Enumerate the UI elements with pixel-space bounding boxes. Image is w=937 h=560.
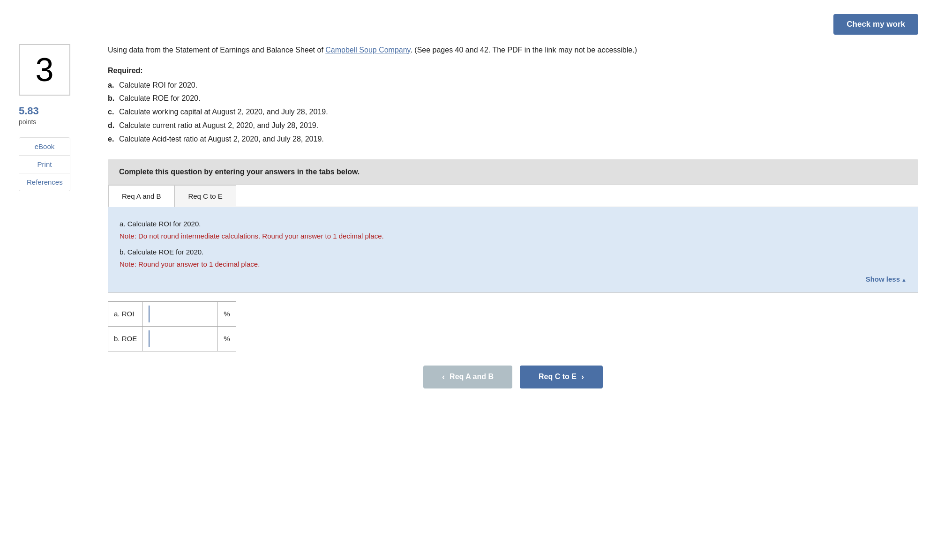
instruction-box: Complete this question by entering your … <box>108 159 918 185</box>
requirement-d: d. Calculate current ratio at August 2, … <box>108 119 918 133</box>
table-row-roe: b. ROE % <box>108 326 236 351</box>
bottom-nav: ‹ Req A and B Req C to E › <box>108 366 918 407</box>
requirement-e: e. Calculate Acid-test ratio at August 2… <box>108 133 918 146</box>
question-text-after-link: . (See pages 40 and 42. The PDF in the l… <box>410 46 637 54</box>
question-text: Using data from the Statement of Earning… <box>108 44 918 56</box>
tab-content-req-a-b: a. Calculate ROI for 2020. Note: Do not … <box>108 207 918 292</box>
requirement-a: a. Calculate ROI for 2020. <box>108 79 918 92</box>
required-label: Required: <box>108 67 918 75</box>
req-text-b: Calculate ROE for 2020. <box>119 94 200 102</box>
requirement-b: b. Calculate ROE for 2020. <box>108 92 918 105</box>
points-label: points <box>19 118 94 126</box>
question-body: Using data from the Statement of Earning… <box>108 44 918 407</box>
part-b-label: b. Calculate ROE for 2020. <box>120 246 907 258</box>
roe-input[interactable] <box>149 330 212 347</box>
question-text-before-link: Using data from the Statement of Earning… <box>108 46 325 54</box>
req-letter-a: a. <box>108 79 114 92</box>
top-bar: Check my work <box>0 9 937 44</box>
sidebar-links: eBook Print References <box>19 137 70 191</box>
roe-percent-cell: % <box>218 326 236 351</box>
points-value: 5.83 <box>19 105 94 117</box>
answer-table: a. ROI % b. ROE % <box>108 301 236 351</box>
page-wrapper: Check my work 3 5.83 points eBook Print … <box>0 0 937 560</box>
prev-arrow-icon: ‹ <box>442 372 445 382</box>
show-less-arrow-icon: ▲ <box>900 277 907 283</box>
prev-nav-label: Req A and B <box>450 373 494 381</box>
roi-label-cell: a. ROI <box>108 301 143 326</box>
tab-req-a-and-b[interactable]: Req A and B <box>108 185 174 207</box>
print-link[interactable]: Print <box>19 156 70 173</box>
instruction-text: Complete this question by entering your … <box>119 168 907 176</box>
company-link[interactable]: Campbell Soup Company <box>325 46 410 54</box>
ebook-link[interactable]: eBook <box>19 138 70 156</box>
req-letter-d: d. <box>108 119 114 133</box>
tabs-header: Req A and B Req C to E <box>108 185 918 207</box>
roe-input-cell <box>143 326 218 351</box>
roi-input[interactable] <box>149 306 212 322</box>
main-content: 3 5.83 points eBook Print References Usi… <box>0 44 937 407</box>
check-my-work-button[interactable]: Check my work <box>833 14 918 35</box>
req-letter-e: e. <box>108 133 114 146</box>
left-sidebar: 3 5.83 points eBook Print References <box>19 44 94 407</box>
question-number: 3 <box>36 51 54 89</box>
next-nav-button[interactable]: Req C to E › <box>520 366 603 388</box>
requirements-list: a. Calculate ROI for 2020. b. Calculate … <box>108 79 918 146</box>
table-row-roi: a. ROI % <box>108 301 236 326</box>
question-number-box: 3 <box>19 44 70 96</box>
tab-req-c-to-e[interactable]: Req C to E <box>174 185 236 207</box>
tabs-container: Req A and B Req C to E a. Calculate ROI … <box>108 185 918 293</box>
next-arrow-icon: › <box>581 372 584 382</box>
prev-nav-button[interactable]: ‹ Req A and B <box>423 366 512 388</box>
show-less-label: Show less <box>866 275 900 283</box>
roi-percent-cell: % <box>218 301 236 326</box>
roi-input-cell <box>143 301 218 326</box>
req-text-a: Calculate ROI for 2020. <box>119 81 197 89</box>
part-a-label: a. Calculate ROI for 2020. <box>120 217 907 230</box>
note-b: Note: Round your answer to 1 decimal pla… <box>120 258 907 270</box>
next-nav-label: Req C to E <box>539 373 577 381</box>
req-letter-b: b. <box>108 92 114 105</box>
req-text-e: Calculate Acid-test ratio at August 2, 2… <box>119 135 324 143</box>
roe-label-cell: b. ROE <box>108 326 143 351</box>
note-a: Note: Do not round intermediate calculat… <box>120 230 907 242</box>
references-link[interactable]: References <box>19 173 70 191</box>
show-less-button[interactable]: Show less ▲ <box>120 275 907 286</box>
req-text-d: Calculate current ratio at August 2, 202… <box>119 121 318 129</box>
requirement-c: c. Calculate working capital at August 2… <box>108 105 918 119</box>
req-text-c: Calculate working capital at August 2, 2… <box>119 108 328 116</box>
req-letter-c: c. <box>108 105 114 119</box>
